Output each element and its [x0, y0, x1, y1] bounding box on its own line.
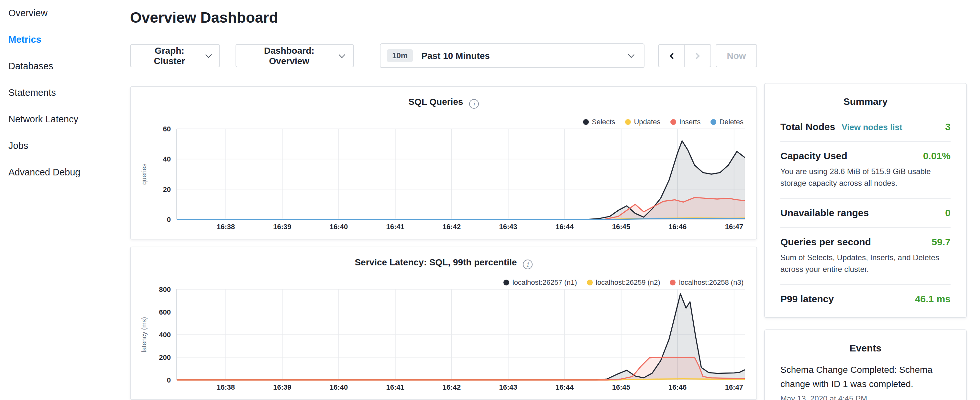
summary-label: P99 latency	[780, 293, 834, 304]
chevron-left-icon	[669, 53, 676, 59]
chart-title-row: SQL Queries	[131, 87, 756, 109]
svg-text:latency (ms): latency (ms)	[140, 317, 148, 352]
prev-time-button[interactable]	[658, 44, 685, 67]
svg-text:0: 0	[167, 376, 171, 384]
svg-text:16:44: 16:44	[555, 383, 574, 391]
event-timestamp: May 13, 2020 at 4:45 PM	[780, 395, 951, 400]
event-item: Schema Change Completed: Schema change w…	[780, 359, 951, 400]
sidebar-item-overview[interactable]: Overview	[0, 0, 124, 27]
svg-text:queries: queries	[140, 163, 148, 185]
chart-title: Service Latency: SQL, 99th percentile	[355, 257, 517, 267]
svg-text:20: 20	[163, 185, 171, 193]
svg-text:16:46: 16:46	[668, 383, 687, 391]
next-time-button[interactable]	[685, 44, 711, 67]
summary-value: 0.01%	[923, 150, 951, 161]
page-title: Overview Dashboard	[130, 9, 757, 27]
summary-description: You are using 28.6 MiB of 515.9 GiB usab…	[780, 166, 951, 189]
dashboard-dropdown-label: Dashboard: Overview	[245, 45, 333, 66]
view-nodes-list-link[interactable]: View nodes list	[842, 122, 902, 132]
svg-text:60: 60	[163, 125, 171, 133]
svg-text:16:44: 16:44	[555, 223, 574, 231]
service-latency-chart-card: Service Latency: SQL, 99th percentile lo…	[130, 247, 757, 400]
svg-text:16:38: 16:38	[217, 223, 235, 231]
toolbar: Graph: Cluster Dashboard: Overview 10m P…	[130, 43, 757, 68]
app-viewport: Overview Metrics Databases Statements Ne…	[0, 0, 980, 400]
svg-text:16:38: 16:38	[217, 383, 235, 391]
time-range-badge: 10m	[387, 49, 413, 62]
chart-title: SQL Queries	[408, 96, 463, 107]
info-icon[interactable]	[523, 260, 533, 269]
graph-dropdown[interactable]: Graph: Cluster	[130, 44, 220, 67]
summary-row-total-nodes: Total Nodes View nodes list 3	[780, 113, 951, 141]
svg-text:16:46: 16:46	[668, 223, 687, 231]
sql-queries-chart[interactable]: 16:3816:3916:4016:4116:4216:4316:4416:45…	[131, 122, 756, 234]
svg-text:16:42: 16:42	[442, 223, 461, 231]
svg-text:16:39: 16:39	[273, 223, 291, 231]
sidebar-item-jobs[interactable]: Jobs	[0, 133, 124, 159]
main-content: Overview Dashboard Graph: Cluster Dashbo…	[130, 0, 757, 400]
svg-text:600: 600	[159, 308, 171, 316]
chevron-right-icon	[694, 53, 700, 59]
time-pager: Now	[658, 44, 757, 67]
chevron-down-icon	[339, 51, 345, 57]
svg-text:16:43: 16:43	[499, 223, 517, 231]
svg-text:16:41: 16:41	[386, 223, 404, 231]
svg-text:200: 200	[159, 354, 171, 362]
summary-label: Capacity Used	[780, 150, 847, 161]
now-button-label: Now	[727, 51, 746, 61]
summary-row-queries-per-second: Queries per second 59.7 Sum of Selects, …	[780, 227, 951, 284]
summary-value: 3	[945, 121, 951, 132]
summary-row-capacity-used: Capacity Used 0.01% You are using 28.6 M…	[780, 141, 951, 198]
summary-label: Unavailable ranges	[780, 207, 869, 218]
right-sidebar: Summary Total Nodes View nodes list 3 Ca…	[764, 83, 967, 400]
summary-value: 59.7	[932, 236, 951, 247]
summary-value: 0	[945, 207, 951, 218]
service-latency-chart[interactable]: 16:3816:3916:4016:4116:4216:4316:4416:45…	[131, 283, 756, 394]
svg-text:16:43: 16:43	[499, 383, 517, 391]
svg-text:800: 800	[159, 285, 171, 293]
sidebar-item-advanced-debug[interactable]: Advanced Debug	[0, 159, 124, 186]
summary-row-p99-latency: P99 latency 46.1 ms	[780, 284, 951, 313]
svg-text:16:45: 16:45	[612, 383, 630, 391]
svg-text:0: 0	[167, 215, 171, 224]
summary-label: Queries per second	[780, 236, 871, 247]
summary-value: 46.1 ms	[915, 293, 951, 304]
summary-label: Total Nodes	[780, 121, 835, 132]
info-icon[interactable]	[469, 99, 479, 109]
chart-title-row: Service Latency: SQL, 99th percentile	[131, 247, 756, 269]
chevron-down-icon	[628, 51, 635, 57]
events-card: Events Schema Change Completed: Schema c…	[764, 330, 967, 400]
sidebar-item-statements[interactable]: Statements	[0, 80, 124, 106]
summary-card: Summary Total Nodes View nodes list 3 Ca…	[764, 83, 967, 318]
svg-text:16:45: 16:45	[612, 223, 630, 231]
charts-column: SQL Queries Selects Updates Inserts Dele…	[130, 86, 757, 400]
sql-queries-chart-card: SQL Queries Selects Updates Inserts Dele…	[130, 86, 757, 239]
svg-text:16:42: 16:42	[442, 383, 461, 391]
time-range-label: Past 10 Minutes	[421, 51, 490, 61]
summary-description: Sum of Selects, Updates, Inserts, and De…	[780, 252, 951, 275]
now-button[interactable]: Now	[716, 44, 757, 67]
svg-text:16:47: 16:47	[725, 223, 743, 231]
svg-text:16:39: 16:39	[273, 383, 291, 391]
sidebar-item-databases[interactable]: Databases	[0, 53, 124, 80]
summary-title: Summary	[780, 86, 951, 113]
summary-row-unavailable-ranges: Unavailable ranges 0	[780, 198, 951, 227]
chevron-down-icon	[205, 51, 212, 57]
svg-text:16:47: 16:47	[725, 383, 743, 391]
sidebar-item-network-latency[interactable]: Network Latency	[0, 106, 124, 133]
dashboard-dropdown[interactable]: Dashboard: Overview	[236, 44, 354, 67]
svg-text:16:40: 16:40	[330, 383, 348, 391]
event-text: Schema Change Completed: Schema change w…	[780, 363, 951, 391]
svg-text:40: 40	[163, 155, 171, 163]
svg-text:16:41: 16:41	[386, 383, 404, 391]
svg-text:400: 400	[159, 331, 171, 339]
graph-dropdown-label: Graph: Cluster	[140, 45, 199, 66]
svg-text:16:40: 16:40	[330, 223, 348, 231]
sidebar: Overview Metrics Databases Statements Ne…	[0, 0, 124, 186]
events-title: Events	[780, 333, 951, 359]
sidebar-item-metrics[interactable]: Metrics	[0, 27, 124, 53]
time-range-dropdown[interactable]: 10m Past 10 Minutes	[380, 43, 644, 68]
